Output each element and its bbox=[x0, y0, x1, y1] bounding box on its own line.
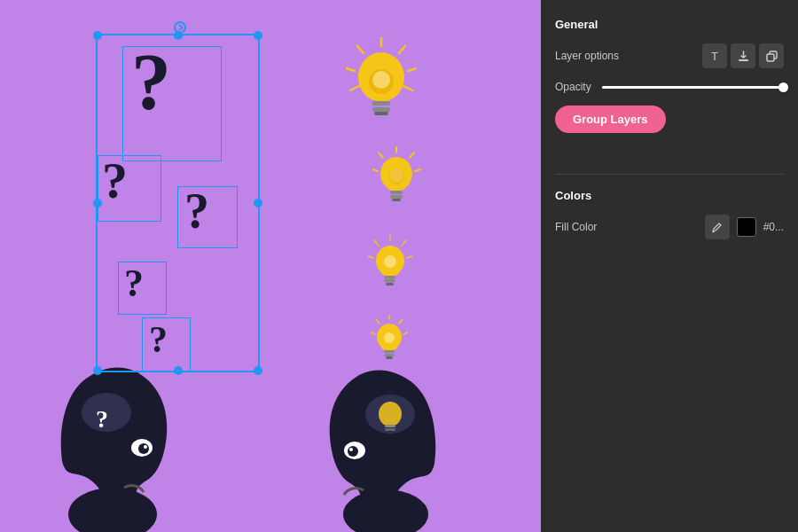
svg-line-6 bbox=[350, 86, 359, 90]
svg-line-38 bbox=[403, 332, 408, 334]
question-mark-small-1: ? bbox=[124, 264, 144, 303]
svg-rect-61 bbox=[767, 54, 774, 61]
svg-rect-13 bbox=[374, 112, 388, 115]
svg-text:?: ? bbox=[96, 405, 108, 433]
text-icon-btn[interactable]: T bbox=[702, 43, 727, 68]
opacity-row: Opacity bbox=[555, 81, 784, 93]
svg-rect-32 bbox=[384, 276, 395, 279]
svg-rect-34 bbox=[386, 283, 394, 286]
svg-rect-57 bbox=[385, 425, 395, 427]
svg-rect-44 bbox=[386, 356, 393, 359]
svg-point-62 bbox=[713, 231, 715, 232]
svg-line-17 bbox=[415, 169, 421, 171]
opacity-label: Opacity bbox=[555, 81, 591, 93]
svg-rect-11 bbox=[372, 101, 390, 106]
svg-rect-33 bbox=[384, 279, 395, 283]
question-mark-large: ? bbox=[131, 43, 171, 122]
bulb-small bbox=[368, 235, 412, 296]
svg-rect-12 bbox=[372, 107, 390, 112]
svg-line-3 bbox=[357, 46, 364, 53]
fill-color-swatch[interactable] bbox=[737, 217, 756, 237]
svg-line-1 bbox=[399, 46, 405, 53]
svg-line-15 bbox=[410, 153, 414, 158]
svg-rect-42 bbox=[384, 350, 395, 353]
svg-line-39 bbox=[371, 332, 375, 334]
fill-color-row: Fill Color #0... bbox=[555, 215, 784, 239]
question-mark-mid-left: ? bbox=[102, 155, 128, 207]
svg-point-53 bbox=[348, 446, 358, 457]
svg-rect-59 bbox=[739, 59, 748, 61]
brush-icon-btn[interactable] bbox=[705, 215, 730, 239]
layer-options-label: Layer options bbox=[555, 50, 619, 62]
bulb-tiny bbox=[371, 315, 408, 367]
download-icon-btn[interactable] bbox=[731, 43, 755, 68]
svg-rect-23 bbox=[390, 195, 403, 199]
colors-title: Colors bbox=[555, 189, 784, 202]
question-mark-small-2: ? bbox=[149, 321, 168, 358]
question-mark-mid-right: ? bbox=[184, 186, 209, 236]
bulb-medium bbox=[372, 146, 421, 212]
svg-rect-43 bbox=[384, 354, 395, 356]
svg-line-5 bbox=[403, 86, 412, 90]
svg-line-37 bbox=[376, 319, 379, 324]
divider-1 bbox=[555, 174, 784, 175]
svg-line-26 bbox=[402, 240, 406, 246]
bulb-large: 💡 bbox=[346, 37, 417, 129]
canvas-area[interactable]: ? ? ? ? ? 💡 bbox=[0, 0, 541, 532]
svg-line-18 bbox=[372, 169, 378, 171]
group-layers-button[interactable]: Group Layers bbox=[555, 106, 666, 133]
svg-point-56 bbox=[379, 402, 402, 426]
svg-rect-58 bbox=[385, 428, 395, 431]
svg-rect-24 bbox=[392, 199, 401, 201]
layer-options-buttons: T bbox=[702, 43, 784, 68]
group-layers-container: Group Layers bbox=[555, 106, 784, 151]
svg-rect-22 bbox=[390, 191, 403, 194]
svg-point-41 bbox=[384, 332, 395, 343]
svg-line-4 bbox=[346, 68, 355, 71]
layer-options-row: Layer options T bbox=[555, 43, 784, 68]
svg-point-21 bbox=[388, 168, 404, 184]
fill-color-label: Fill Color bbox=[555, 221, 597, 233]
svg-line-27 bbox=[374, 240, 379, 246]
general-title: General bbox=[555, 18, 784, 31]
svg-point-10 bbox=[372, 71, 390, 89]
svg-point-48 bbox=[144, 445, 147, 449]
rotation-handle[interactable] bbox=[174, 21, 186, 34]
svg-line-16 bbox=[379, 153, 383, 158]
svg-line-28 bbox=[407, 256, 412, 258]
svg-line-2 bbox=[408, 68, 417, 71]
colors-section: Colors Fill Color #0... bbox=[555, 189, 784, 252]
svg-line-29 bbox=[368, 256, 373, 258]
head-right bbox=[315, 341, 461, 532]
right-panel: General Layer options T bbox=[541, 0, 798, 532]
copy-icon-btn[interactable] bbox=[759, 43, 784, 68]
svg-point-47 bbox=[138, 443, 149, 454]
fill-color-value: #0... bbox=[763, 221, 784, 233]
general-section: General Layer options T bbox=[555, 18, 784, 168]
svg-line-36 bbox=[399, 319, 403, 324]
svg-point-54 bbox=[349, 448, 353, 451]
svg-point-31 bbox=[384, 255, 396, 268]
